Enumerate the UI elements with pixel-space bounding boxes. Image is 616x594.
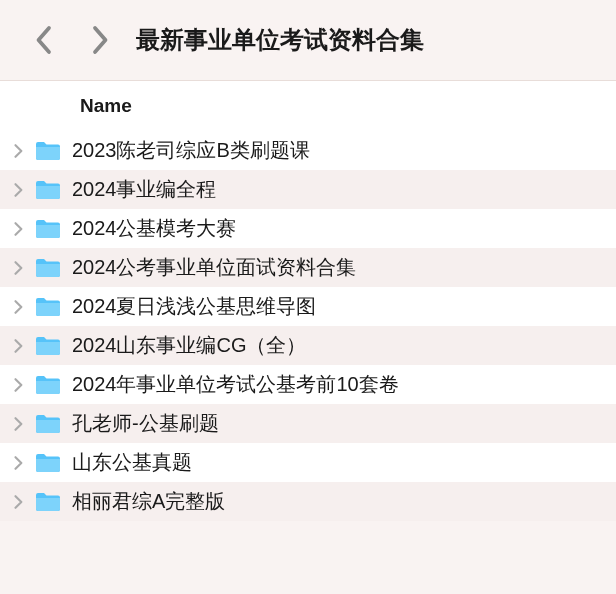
- forward-button[interactable]: [90, 25, 112, 55]
- row-label: 2023陈老司综应B类刷题课: [72, 137, 310, 164]
- row-label: 相丽君综A完整版: [72, 488, 225, 515]
- row-label: 2024山东事业编CG（全）: [72, 332, 307, 359]
- table-row[interactable]: 孔老师-公基刷题: [0, 404, 616, 443]
- chevron-right-icon: [14, 144, 24, 158]
- chevron-right-icon: [14, 495, 24, 509]
- row-label: 2024年事业单位考试公基考前10套卷: [72, 371, 399, 398]
- disclosure-triangle[interactable]: [12, 222, 26, 236]
- row-label: 2024夏日浅浅公基思维导图: [72, 293, 317, 320]
- folder-icon: [34, 334, 64, 358]
- nav-buttons: [32, 25, 112, 55]
- folder-icon: [34, 412, 64, 436]
- folder-icon: [34, 256, 64, 280]
- chevron-right-icon: [14, 417, 24, 431]
- folder-icon: [34, 217, 64, 241]
- folder-icon: [34, 295, 64, 319]
- disclosure-triangle[interactable]: [12, 339, 26, 353]
- folder-icon: [34, 139, 64, 163]
- table-row[interactable]: 2024事业编全程: [0, 170, 616, 209]
- chevron-right-icon: [14, 378, 24, 392]
- folder-icon: [34, 178, 64, 202]
- chevron-left-icon: [32, 25, 54, 55]
- table-row[interactable]: 2023陈老司综应B类刷题课: [0, 131, 616, 170]
- disclosure-triangle[interactable]: [12, 144, 26, 158]
- table-row[interactable]: 2024年事业单位考试公基考前10套卷: [0, 365, 616, 404]
- disclosure-triangle[interactable]: [12, 261, 26, 275]
- disclosure-triangle[interactable]: [12, 417, 26, 431]
- header: 最新事业单位考试资料合集: [0, 0, 616, 80]
- chevron-right-icon: [14, 183, 24, 197]
- column-header-name[interactable]: Name: [0, 81, 616, 131]
- folder-icon: [34, 451, 64, 475]
- file-list: Name 2023陈老司综应B类刷题课 2024事业编全程 2024公基模考大赛…: [0, 80, 616, 521]
- chevron-right-icon: [14, 222, 24, 236]
- chevron-right-icon: [14, 261, 24, 275]
- row-label: 2024公基模考大赛: [72, 215, 237, 242]
- disclosure-triangle[interactable]: [12, 495, 26, 509]
- table-row[interactable]: 2024公基模考大赛: [0, 209, 616, 248]
- folder-icon: [34, 373, 64, 397]
- back-button[interactable]: [32, 25, 54, 55]
- row-label: 2024公考事业单位面试资料合集: [72, 254, 357, 281]
- folder-icon: [34, 490, 64, 514]
- chevron-right-icon: [90, 25, 112, 55]
- disclosure-triangle[interactable]: [12, 378, 26, 392]
- disclosure-triangle[interactable]: [12, 300, 26, 314]
- table-row[interactable]: 2024公考事业单位面试资料合集: [0, 248, 616, 287]
- chevron-right-icon: [14, 300, 24, 314]
- row-label: 2024事业编全程: [72, 176, 217, 203]
- disclosure-triangle[interactable]: [12, 456, 26, 470]
- table-row[interactable]: 2024夏日浅浅公基思维导图: [0, 287, 616, 326]
- page-title: 最新事业单位考试资料合集: [136, 24, 424, 56]
- table-row[interactable]: 山东公基真题: [0, 443, 616, 482]
- chevron-right-icon: [14, 339, 24, 353]
- table-row[interactable]: 相丽君综A完整版: [0, 482, 616, 521]
- row-label: 孔老师-公基刷题: [72, 410, 219, 437]
- disclosure-triangle[interactable]: [12, 183, 26, 197]
- chevron-right-icon: [14, 456, 24, 470]
- table-row[interactable]: 2024山东事业编CG（全）: [0, 326, 616, 365]
- row-label: 山东公基真题: [72, 449, 192, 476]
